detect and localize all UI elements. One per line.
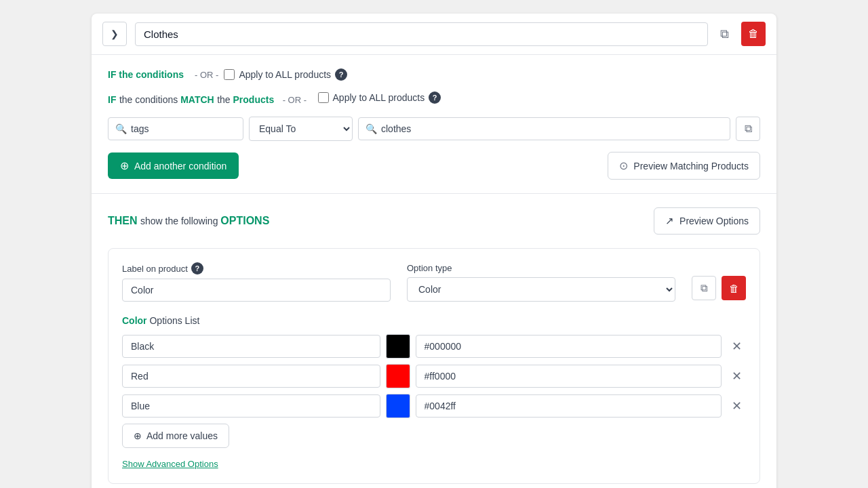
show-advanced-link[interactable]: Show Advanced Options [122,459,218,469]
top-bar: ❯ ⧉ 🗑 [92,14,776,55]
apply-all-checkbox[interactable] [224,69,235,80]
add-condition-button[interactable]: ⊕ Add another condition [108,152,239,179]
copy-options-button[interactable]: ⧉ [692,276,716,300]
preview-options-button[interactable]: ↗ Preview Options [654,207,760,235]
copy-condition-icon: ⧉ [745,123,752,135]
value-search-icon: 🔍 [366,123,377,134]
copy-collection-button[interactable]: ⧉ [716,23,733,45]
operator-select[interactable]: Equal To Not Equal To Contains Does Not … [249,117,353,141]
plus-circle-icon: ⊕ [120,159,129,172]
delete-options-icon: 🗑 [729,283,739,294]
delete-collection-button[interactable]: 🗑 [741,22,766,46]
condition-section: IF the conditions - OR - Apply to ALL pr… [92,55,776,194]
color-options-title: Color Options List [122,315,746,326]
option-type-label: Option type [407,263,675,273]
color-row: ✕ [122,334,746,359]
apply-all-products-checkbox[interactable] [318,92,329,103]
products-help-icon[interactable]: ? [429,92,441,104]
color-name-input-2[interactable] [122,394,380,418]
value-input[interactable] [381,118,723,140]
condition-header: IF the conditions - OR - Apply to ALL pr… [108,68,760,81]
options-card: Label on product ? Option type Color Tex… [108,248,760,484]
color-row: ✕ [122,364,746,388]
add-more-label: Add more values [146,430,218,441]
preview-options-label: Preview Options [679,216,749,226]
preview-matching-label: Preview Matching Products [633,161,749,171]
tag-field: 🔍 [108,117,243,140]
add-more-values-button[interactable]: ⊕ Add more values [122,424,229,448]
preview-matching-button[interactable]: ⊙ Preview Matching Products [608,152,760,180]
apply-all-help-icon[interactable]: ? [335,68,347,81]
apply-all-label: Apply to ALL products [239,69,331,80]
options-card-actions: ⧉ 🗑 [692,276,746,302]
condition-row: 🔍 Equal To Not Equal To Contains Does No… [108,117,760,141]
tag-input[interactable] [131,118,236,140]
copy-condition-button[interactable]: ⧉ [736,117,760,141]
color-swatch-2[interactable] [386,394,410,418]
chevron-button[interactable]: ❯ [102,22,127,46]
option-type-group: Option type Color Text Image Button [407,263,675,302]
trash-icon: 🗑 [748,28,759,40]
preview-eye-icon: ⊙ [619,159,628,172]
label-group: Label on product ? [122,262,391,302]
color-name-input-0[interactable] [122,335,380,358]
color-hex-input-1[interactable] [416,365,722,388]
apply-all-wrapper: Apply to ALL products ? [224,68,347,81]
condition-full-label: IF the conditions MATCH the Products - O… [108,92,760,106]
delete-options-button[interactable]: 🗑 [722,276,746,300]
value-field: 🔍 [358,117,730,140]
remove-color-button-2[interactable]: ✕ [727,396,746,415]
copy-icon: ⧉ [720,27,729,41]
then-text: THEN show the following OPTIONS [108,215,269,227]
chevron-right-icon: ❯ [111,28,119,39]
options-form-row: Label on product ? Option type Color Tex… [122,262,746,302]
color-hex-input-0[interactable] [416,335,722,358]
if-keyword: IF the conditions [108,69,184,80]
external-link-icon: ↗ [665,215,674,227]
color-swatch-0[interactable] [386,334,410,359]
add-condition-label: Add another condition [134,161,226,171]
remove-color-button-0[interactable]: ✕ [727,337,746,356]
option-type-select[interactable]: Color Text Image Button [407,277,675,302]
label-field-label: Label on product ? [122,262,391,274]
then-header: THEN show the following OPTIONS ↗ Previe… [108,207,760,235]
remove-color-button-1[interactable]: ✕ [727,367,746,386]
then-section: THEN show the following OPTIONS ↗ Previe… [92,194,776,488]
collection-title-input[interactable] [135,22,708,46]
label-input[interactable] [122,279,391,302]
color-row: ✕ [122,394,746,418]
color-swatch-1[interactable] [386,364,410,388]
label-help-icon[interactable]: ? [191,262,203,274]
color-hex-input-2[interactable] [416,394,722,418]
color-rows-container: ✕ ✕ ✕ [122,334,746,418]
color-name-input-1[interactable] [122,365,380,388]
tag-search-icon: 🔍 [115,123,127,134]
or-divider: - OR - [195,70,218,80]
condition-action-row: ⊕ Add another condition ⊙ Preview Matchi… [108,152,760,180]
plus-add-icon: ⊕ [134,430,142,441]
copy-options-icon: ⧉ [701,282,708,294]
